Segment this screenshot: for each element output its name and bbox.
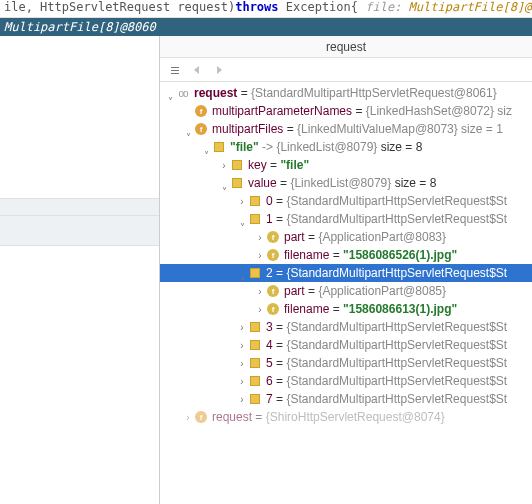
map-entry-icon bbox=[248, 320, 262, 334]
tree-node-inner-request[interactable]: › f request = {ShiroHttpServletRequest@8… bbox=[160, 408, 532, 426]
tree-node-idx1[interactable]: ˬ 1 = {StandardMultipartHttpServletReque… bbox=[160, 210, 532, 228]
map-entry-icon bbox=[248, 356, 262, 370]
field-final-icon: f bbox=[266, 302, 280, 316]
tree-node-idx3[interactable]: › 3 = {StandardMultipartHttpServletReque… bbox=[160, 318, 532, 336]
left-gutter-bar bbox=[0, 198, 159, 216]
tree-node-idx5[interactable]: › 5 = {StandardMultipartHttpServletReque… bbox=[160, 354, 532, 372]
watch-icon: oo bbox=[176, 86, 190, 100]
nav-forward-icon[interactable] bbox=[212, 63, 226, 77]
map-entry-icon bbox=[248, 194, 262, 208]
expand-toggle-icon[interactable]: › bbox=[254, 304, 266, 315]
expand-toggle-icon[interactable]: › bbox=[236, 196, 248, 207]
tree-node-idx2-filename[interactable]: › f filename = "1586086613(1).jpg" bbox=[160, 300, 532, 318]
map-entry-icon bbox=[230, 158, 244, 172]
tree-node-idx1-part[interactable]: › f part = {ApplicationPart@8083} bbox=[160, 228, 532, 246]
expand-toggle-icon[interactable]: ˬ bbox=[182, 124, 194, 135]
map-entry-icon bbox=[248, 374, 262, 388]
debugger-toolbar bbox=[160, 58, 532, 82]
field-final-icon: f bbox=[266, 284, 280, 298]
map-entry-icon bbox=[248, 212, 262, 226]
expand-toggle-icon[interactable]: › bbox=[236, 358, 248, 369]
expand-toggle-icon[interactable]: › bbox=[254, 232, 266, 243]
editor-code-line: ile, HttpServletRequest request)throws E… bbox=[0, 0, 532, 18]
expand-toggle-icon[interactable]: › bbox=[236, 376, 248, 387]
field-icon: f bbox=[194, 104, 208, 118]
nav-back-icon[interactable] bbox=[190, 63, 204, 77]
tree-node-file-entry[interactable]: ˬ "file" -> {LinkedList@8079} size = 8 bbox=[160, 138, 532, 156]
map-entry-icon bbox=[248, 266, 262, 280]
field-icon: f bbox=[194, 122, 208, 136]
expand-toggle-icon[interactable]: › bbox=[254, 286, 266, 297]
tree-node-idx4[interactable]: › 4 = {StandardMultipartHttpServletReque… bbox=[160, 336, 532, 354]
left-empty-pane bbox=[0, 36, 160, 504]
expand-toggle-icon[interactable]: ˬ bbox=[218, 178, 230, 189]
tree-node-mpn[interactable]: • f multipartParameterNames = {LinkedHas… bbox=[160, 102, 532, 120]
map-entry-icon bbox=[212, 140, 226, 154]
field-final-icon: f bbox=[266, 248, 280, 262]
panel-title: request bbox=[160, 36, 532, 58]
expand-toggle-icon[interactable]: ˬ bbox=[236, 214, 248, 225]
tree-node-key[interactable]: › key = "file" bbox=[160, 156, 532, 174]
tree-node-idx2[interactable]: ˬ 2 = {StandardMultipartHttpServletReque… bbox=[160, 264, 532, 282]
tree-node-idx1-filename[interactable]: › f filename = "1586086526(1).jpg" bbox=[160, 246, 532, 264]
map-entry-icon bbox=[248, 392, 262, 406]
tree-node-value[interactable]: ˬ value = {LinkedList@8079} size = 8 bbox=[160, 174, 532, 192]
left-gutter-bar-2 bbox=[0, 216, 159, 246]
expand-toggle-icon[interactable]: › bbox=[182, 412, 194, 423]
tree-node-multipartFiles[interactable]: ˬ f multipartFiles = {LinkedMultiValueMa… bbox=[160, 120, 532, 138]
expand-toggle-icon[interactable]: › bbox=[236, 322, 248, 333]
tree-node-idx0[interactable]: › 0 = {StandardMultipartHttpServletReque… bbox=[160, 192, 532, 210]
expand-toggle-icon[interactable]: ˬ bbox=[164, 88, 176, 99]
tree-node-idx2-part[interactable]: › f part = {ApplicationPart@8085} bbox=[160, 282, 532, 300]
collapse-all-icon[interactable] bbox=[168, 63, 182, 77]
expand-toggle-icon[interactable]: ˬ bbox=[236, 268, 248, 279]
field-icon: f bbox=[194, 410, 208, 424]
expand-toggle-icon[interactable]: › bbox=[236, 340, 248, 351]
field-final-icon: f bbox=[266, 230, 280, 244]
inline-evaluation-hint: MultipartFile[8]@8060 bbox=[0, 18, 532, 36]
expand-toggle-icon[interactable]: › bbox=[218, 160, 230, 171]
expand-toggle-icon[interactable]: ˬ bbox=[200, 142, 212, 153]
tree-node-request[interactable]: ˬ oo request = {StandardMultipartHttpSer… bbox=[160, 84, 532, 102]
map-entry-icon bbox=[230, 176, 244, 190]
tree-node-idx6[interactable]: › 6 = {StandardMultipartHttpServletReque… bbox=[160, 372, 532, 390]
expand-toggle-icon[interactable]: › bbox=[236, 394, 248, 405]
variables-tree[interactable]: ˬ oo request = {StandardMultipartHttpSer… bbox=[160, 82, 532, 504]
map-entry-icon bbox=[248, 338, 262, 352]
expand-toggle-icon[interactable]: › bbox=[254, 250, 266, 261]
tree-node-idx7[interactable]: › 7 = {StandardMultipartHttpServletReque… bbox=[160, 390, 532, 408]
